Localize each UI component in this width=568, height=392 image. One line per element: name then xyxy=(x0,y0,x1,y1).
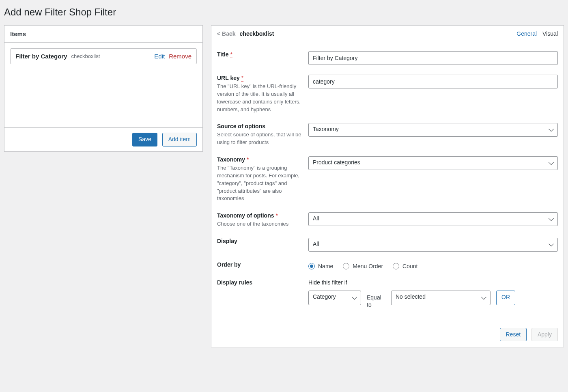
editor-header: < Back checkboxlist General Visual xyxy=(211,26,564,42)
item-edit-link[interactable]: Edit xyxy=(154,53,165,60)
editor-footer: Reset Apply xyxy=(211,322,564,347)
url-key-label: URL key xyxy=(217,75,240,81)
orderby-radio-group: Name Menu Order Count xyxy=(308,261,558,269)
url-key-input[interactable] xyxy=(308,75,558,88)
rules-category-select[interactable]: Category xyxy=(308,291,361,305)
source-select[interactable]: Taxonomy xyxy=(308,123,558,137)
page-title: Add new Filter Shop Filter xyxy=(4,6,564,18)
orderby-count[interactable]: Count xyxy=(393,263,417,269)
required-star: * xyxy=(230,51,232,58)
items-panel: Items Filter by Category checkboxlist Ed… xyxy=(4,25,203,152)
reset-button[interactable]: Reset xyxy=(500,328,527,342)
radio-icon xyxy=(343,263,349,269)
taxonomy-label: Taxonomy xyxy=(217,156,245,163)
orderby-name[interactable]: Name xyxy=(308,263,333,269)
items-footer: Save Add item xyxy=(4,128,202,151)
title-input[interactable] xyxy=(308,51,558,65)
apply-button[interactable]: Apply xyxy=(531,328,558,342)
editor-title: checkboxlist xyxy=(240,30,274,37)
orderby-count-label: Count xyxy=(402,263,417,269)
url-key-help: The "URL key" is the URL-friendly versio… xyxy=(217,83,303,113)
item-row[interactable]: Filter by Category checkboxlist Edit Rem… xyxy=(10,48,197,64)
items-list: Filter by Category checkboxlist Edit Rem… xyxy=(4,43,202,128)
title-label: Title xyxy=(217,51,229,58)
tax-options-help: Choose one of the taxonomies xyxy=(217,220,303,228)
tab-general[interactable]: General xyxy=(516,30,537,37)
source-label: Source of options xyxy=(217,123,303,129)
taxonomy-select[interactable]: Product categories xyxy=(308,156,558,170)
required-star: * xyxy=(275,212,278,219)
orderby-menu[interactable]: Menu Order xyxy=(343,263,383,269)
display-select[interactable]: All xyxy=(308,238,558,252)
tax-options-label: Taxonomy of options xyxy=(217,212,274,219)
orderby-menu-label: Menu Order xyxy=(353,263,383,269)
rules-header: Hide this filter if xyxy=(308,279,558,286)
save-button[interactable]: Save xyxy=(132,133,157,146)
add-item-button[interactable]: Add item xyxy=(162,133,197,146)
rules-equal-label: Equal to xyxy=(367,291,385,308)
source-help: Select source of options, that will be u… xyxy=(217,131,303,146)
taxonomy-help: The "Taxonomy" is a grouping mechanism f… xyxy=(217,164,303,202)
back-button[interactable]: < Back xyxy=(217,30,236,37)
required-star: * xyxy=(241,75,243,82)
required-star: * xyxy=(247,156,249,163)
editor-panel: < Back checkboxlist General Visual Title… xyxy=(211,25,564,347)
tax-options-select[interactable]: All xyxy=(308,212,558,226)
rules-or-button[interactable]: OR xyxy=(496,291,515,305)
rules-label: Display rules xyxy=(217,279,303,286)
display-label: Display xyxy=(217,238,303,244)
rules-value-select[interactable]: No selected xyxy=(391,291,491,305)
orderby-label: Order by xyxy=(217,261,303,268)
tab-visual[interactable]: Visual xyxy=(542,30,558,37)
form-body: Title * URL key * The "URL key" is the U… xyxy=(211,42,564,322)
items-header: Items xyxy=(4,26,202,43)
orderby-name-label: Name xyxy=(318,263,333,269)
item-remove-link[interactable]: Remove xyxy=(169,53,191,60)
radio-icon xyxy=(393,263,399,269)
item-title: Filter by Category xyxy=(15,53,67,60)
item-type: checkboxlist xyxy=(71,53,100,59)
rules-row: Category Equal to No selected OR xyxy=(308,291,558,308)
radio-icon xyxy=(308,263,315,269)
